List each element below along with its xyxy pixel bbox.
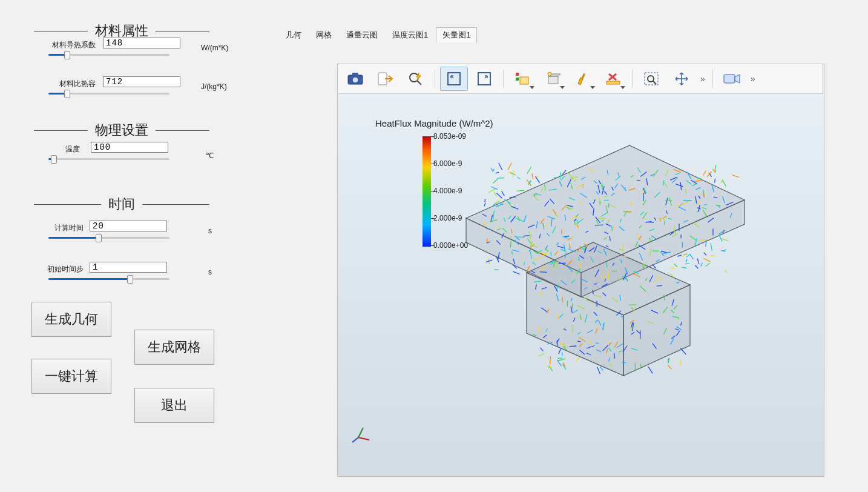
- generate-geometry-button[interactable]: 生成几何: [31, 302, 111, 337]
- svg-line-147: [491, 168, 492, 171]
- export-icon[interactable]: [372, 67, 399, 91]
- input-heat-capacity[interactable]: [103, 76, 180, 87]
- viewport-toolbar: » »: [337, 64, 823, 94]
- svg-line-267: [653, 264, 656, 268]
- tab-flux-contour[interactable]: 通量云图: [340, 27, 384, 42]
- slider-conductivity[interactable]: [48, 51, 169, 59]
- zoom-box-out-icon[interactable]: [470, 67, 498, 91]
- svg-line-83: [562, 297, 563, 302]
- svg-line-438: [513, 271, 520, 274]
- slider-calc-time[interactable]: [48, 234, 169, 242]
- svg-line-269: [557, 314, 557, 319]
- zoom-select-icon[interactable]: [637, 67, 665, 91]
- svg-line-282: [640, 364, 641, 368]
- svg-line-119: [625, 187, 626, 191]
- svg-line-387: [536, 176, 540, 183]
- svg-line-466: [542, 188, 542, 193]
- toolbar-overflow-1[interactable]: »: [698, 74, 708, 84]
- svg-line-5: [417, 81, 421, 85]
- zoom-box-in-icon[interactable]: [440, 67, 468, 91]
- one-click-compute-button[interactable]: 一键计算: [31, 359, 111, 394]
- svg-line-373: [665, 221, 665, 225]
- view-tabs: 几何 网格 通量云图 温度云图1 矢量图1: [279, 27, 478, 42]
- svg-line-336: [496, 193, 502, 198]
- svg-line-155: [719, 234, 722, 241]
- tab-temp-contour[interactable]: 温度云图1: [386, 27, 435, 42]
- unit-init-step: s: [208, 268, 212, 276]
- svg-line-190: [527, 167, 531, 174]
- svg-line-212: [725, 270, 727, 273]
- svg-line-389: [600, 367, 603, 370]
- svg-line-319: [629, 305, 636, 305]
- generate-mesh-button[interactable]: 生成网格: [134, 330, 214, 365]
- slider-temperature[interactable]: [48, 155, 169, 164]
- svg-line-528: [715, 179, 715, 183]
- input-temperature[interactable]: [91, 142, 168, 153]
- svg-point-16: [648, 76, 654, 82]
- svg-line-495: [722, 239, 728, 241]
- svg-point-12: [548, 72, 551, 76]
- svg-rect-10: [516, 78, 519, 81]
- svg-line-445: [517, 177, 520, 179]
- section-title-physics: 物理设置: [34, 121, 209, 139]
- svg-line-501: [508, 163, 512, 170]
- svg-line-229: [495, 270, 499, 270]
- svg-line-183: [701, 263, 703, 266]
- svg-point-2: [352, 77, 358, 83]
- svg-line-258: [671, 268, 675, 269]
- unit-temperature: ℃: [206, 151, 214, 160]
- svg-line-80: [686, 254, 690, 258]
- label-heat-capacity: 材料比热容: [42, 79, 96, 89]
- svg-line-128: [635, 363, 636, 371]
- tab-mesh[interactable]: 网格: [309, 27, 338, 42]
- camera-icon[interactable]: [341, 67, 369, 91]
- label-temperature: 温度: [50, 144, 80, 155]
- svg-line-367: [732, 175, 739, 178]
- svg-line-167: [704, 253, 706, 256]
- svg-line-311: [532, 173, 533, 179]
- slider-heat-capacity[interactable]: [48, 90, 169, 98]
- svg-line-211: [706, 263, 710, 267]
- svg-line-100: [682, 267, 687, 268]
- legend-ticks: 8.053e-09 6.000e-9 4.000e-9 2.000e-9 0.0…: [433, 133, 468, 249]
- svg-line-535: [703, 171, 706, 176]
- zoom-lightning-icon[interactable]: [402, 67, 430, 91]
- video-camera-icon[interactable]: [718, 67, 746, 91]
- tab-vector-plot[interactable]: 矢量图1: [436, 27, 477, 42]
- lighting-icon[interactable]: [539, 67, 567, 91]
- input-calc-time[interactable]: [90, 221, 167, 231]
- svg-line-312: [557, 358, 562, 359]
- exit-button[interactable]: 退出: [134, 388, 214, 423]
- svg-rect-9: [516, 73, 519, 76]
- svg-line-371: [685, 263, 689, 264]
- slider-init-step[interactable]: [48, 275, 169, 284]
- toolbar-overflow-2[interactable]: »: [748, 74, 758, 84]
- input-init-step[interactable]: [90, 262, 167, 273]
- color-legend: HeatFlux Magnitude (W/m^2) 8.053e-09 6.0…: [375, 118, 493, 133]
- pan-icon[interactable]: [668, 67, 695, 91]
- svg-line-217: [549, 366, 553, 371]
- input-conductivity[interactable]: [103, 38, 180, 48]
- svg-line-547: [352, 437, 358, 442]
- tab-geometry[interactable]: 几何: [279, 27, 308, 42]
- svg-line-42: [502, 191, 505, 196]
- svg-line-423: [723, 181, 726, 187]
- brush-icon[interactable]: [569, 67, 597, 91]
- svg-line-412: [595, 225, 603, 225]
- svg-line-171: [562, 229, 562, 234]
- svg-line-234: [573, 304, 573, 310]
- svg-line-50: [554, 178, 558, 178]
- unit-conductivity: W/(m*K): [201, 44, 228, 52]
- svg-line-521: [485, 199, 485, 202]
- dimension-x-icon[interactable]: [599, 67, 627, 91]
- svg-line-491: [517, 190, 525, 191]
- svg-line-487: [540, 348, 543, 351]
- svg-line-115: [674, 264, 678, 267]
- svg-line-191: [493, 169, 495, 172]
- svg-line-265: [557, 359, 565, 361]
- scene-menu-icon[interactable]: [508, 67, 536, 91]
- svg-line-143: [570, 346, 576, 347]
- legend-colorbar: [422, 136, 431, 247]
- svg-line-236: [497, 178, 504, 179]
- svg-rect-8: [520, 77, 528, 84]
